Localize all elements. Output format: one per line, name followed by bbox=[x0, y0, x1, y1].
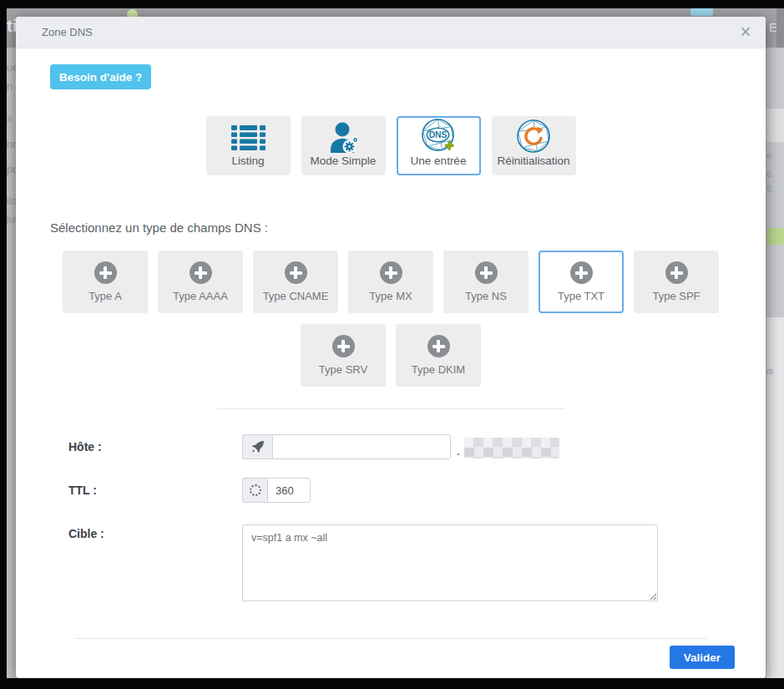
plus-circle-icon bbox=[665, 261, 688, 284]
tab-listing[interactable]: Listing bbox=[206, 116, 291, 175]
help-button[interactable]: Besoin d'aide ? bbox=[50, 64, 151, 89]
background-header-text-fragment: E bbox=[769, 21, 776, 34]
background-text-fragment: , bbox=[766, 122, 769, 132]
plus-circle-icon bbox=[94, 261, 117, 284]
host-domain-separator: . bbox=[457, 445, 460, 458]
type-button-label: Type SRV bbox=[319, 363, 367, 376]
type-button-mx[interactable]: Type MX bbox=[348, 251, 433, 313]
screen: tis E ue n C s F nn po ils lia , e 6. 6.… bbox=[0, 0, 784, 689]
background-green-badge-fragment bbox=[766, 228, 784, 245]
plus-circle-icon bbox=[380, 261, 402, 284]
type-button-label: Type AAAA bbox=[173, 290, 228, 302]
type-button-label: Type CNAME bbox=[263, 290, 329, 302]
rocket-icon bbox=[242, 434, 272, 459]
plus-circle-icon bbox=[570, 261, 593, 284]
close-icon[interactable]: × bbox=[734, 19, 757, 44]
mode-tabs: Listing bbox=[16, 116, 766, 175]
tab-mode-simple[interactable]: Mode Simple bbox=[301, 116, 386, 175]
plus-circle-icon bbox=[332, 335, 355, 357]
type-button-label: Type A bbox=[89, 290, 122, 302]
host-label: Hôte : bbox=[68, 440, 102, 453]
type-button-aaaa[interactable]: Type AAAA bbox=[158, 251, 243, 313]
type-button-txt[interactable]: Type TXT bbox=[539, 251, 624, 313]
host-input-group bbox=[242, 434, 451, 459]
type-section-label: Sélectionnez un type de champs DNS : bbox=[50, 220, 268, 235]
type-buttons-row-2: Type SRV Type DKIM bbox=[16, 324, 766, 387]
background-text-fragment: 6. bbox=[766, 184, 774, 194]
tab-une-entree[interactable]: DNS Une entrée bbox=[397, 116, 481, 175]
dns-add-icon: DNS bbox=[420, 114, 458, 155]
background-text-fragment: is bbox=[766, 366, 773, 376]
type-button-spf[interactable]: Type SPF bbox=[634, 251, 719, 313]
plus-circle-icon bbox=[427, 335, 450, 357]
plus-circle-icon bbox=[475, 261, 498, 284]
host-input[interactable] bbox=[272, 434, 451, 459]
table-icon bbox=[231, 118, 266, 155]
tab-label: Réinitialisation bbox=[497, 155, 569, 167]
modal-header: Zone DNS × bbox=[16, 17, 766, 48]
type-button-label: Type SPF bbox=[652, 290, 700, 302]
type-button-label: Type DKIM bbox=[412, 363, 465, 376]
target-label: Cible : bbox=[68, 527, 104, 540]
type-button-label: Type NS bbox=[465, 290, 507, 302]
plus-circle-icon bbox=[285, 261, 307, 284]
tab-label: Mode Simple bbox=[311, 155, 377, 167]
user-gear-icon bbox=[326, 118, 360, 155]
tab-label: Listing bbox=[231, 155, 264, 167]
target-textarea[interactable]: v=spf1 a mx ~all bbox=[242, 524, 658, 601]
type-button-ns[interactable]: Type NS bbox=[443, 251, 529, 313]
type-button-label: Type MX bbox=[369, 290, 412, 302]
type-button-cname[interactable]: Type CNAME bbox=[253, 251, 338, 313]
type-button-srv[interactable]: Type SRV bbox=[301, 324, 386, 387]
tab-reinitialisation[interactable]: Réinitialisation bbox=[492, 116, 576, 175]
ttl-clock-icon bbox=[242, 478, 267, 503]
background-header-button-fragment bbox=[690, 8, 713, 16]
background-content-row bbox=[766, 109, 784, 142]
background-text-fragment: e bbox=[766, 150, 771, 160]
type-buttons-row-1: Type A Type AAAA Type CNAME Type MX Type… bbox=[16, 251, 766, 313]
type-button-dkim[interactable]: Type DKIM bbox=[396, 324, 481, 387]
tab-label: Une entrée bbox=[411, 155, 467, 167]
globe-refresh-icon bbox=[515, 114, 552, 155]
type-button-label: Type TXT bbox=[558, 290, 604, 302]
background-text-fragment: 6. bbox=[766, 169, 774, 179]
section-divider bbox=[216, 408, 565, 409]
ttl-input[interactable] bbox=[267, 478, 311, 503]
background-header-block bbox=[776, 8, 784, 48]
ttl-input-group bbox=[242, 478, 311, 503]
type-button-a[interactable]: Type A bbox=[63, 251, 148, 313]
plus-circle-icon bbox=[190, 261, 212, 284]
footer-divider bbox=[75, 638, 707, 639]
redacted-domain bbox=[464, 438, 559, 458]
dns-icon-text: DNS bbox=[428, 130, 447, 139]
submit-button[interactable]: Valider bbox=[670, 646, 735, 669]
zone-dns-modal: Zone DNS × Besoin d'aide ? List bbox=[16, 17, 766, 678]
modal-title: Zone DNS bbox=[42, 26, 93, 38]
ttl-label: TTL : bbox=[68, 484, 97, 497]
